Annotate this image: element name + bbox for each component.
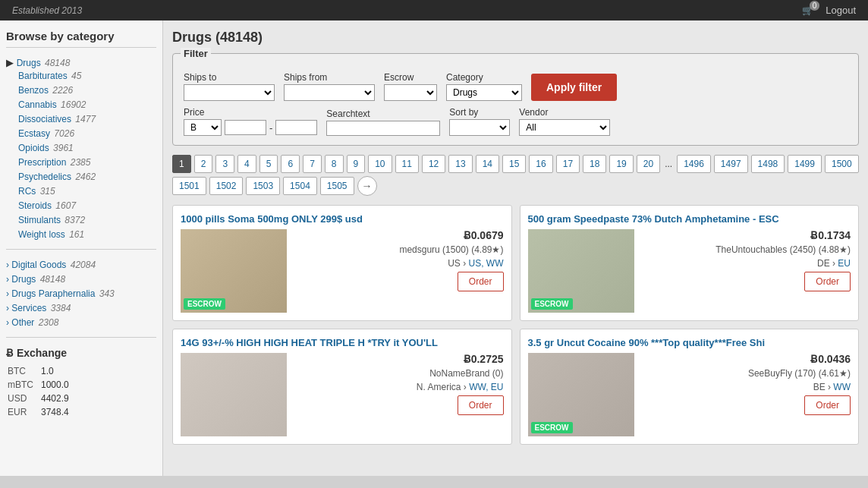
price-currency-select[interactable]: B bbox=[184, 119, 222, 136]
sidebar-item-cannabis[interactable]: Cannabis 16902 bbox=[18, 99, 86, 110]
top-bar: Established 2013 🛒0 Logout bbox=[0, 0, 868, 20]
sort-by-label: Sort by bbox=[449, 107, 510, 118]
exchange-rate: 1.0 bbox=[41, 365, 75, 377]
vendor-select[interactable]: All bbox=[519, 119, 610, 136]
page-btn-20[interactable]: 20 bbox=[637, 155, 660, 173]
listing-card: 500 gram Speedpaste 73% Dutch Amphetamin… bbox=[520, 205, 860, 321]
sidebar-item-drugs[interactable]: Drugs 48148 bbox=[17, 58, 71, 68]
page-btn-7[interactable]: 7 bbox=[303, 155, 322, 173]
sidebar-item-drugs[interactable]: › Drugs 48148 bbox=[6, 274, 65, 285]
page-btn-1501[interactable]: 1501 bbox=[172, 177, 206, 195]
page-btn-1498[interactable]: 1498 bbox=[751, 155, 785, 173]
listing-price: Ƀ0.0679 bbox=[294, 229, 504, 241]
sidebar-item-other[interactable]: › Other 2308 bbox=[6, 317, 58, 328]
ships-from-select[interactable] bbox=[284, 84, 375, 101]
sidebar-item-dissociatives[interactable]: Dissociatives 1477 bbox=[18, 114, 96, 124]
logout-button[interactable]: Logout bbox=[826, 5, 856, 16]
sidebar-item-barbiturates[interactable]: Barbiturates 45 bbox=[18, 71, 81, 81]
page-btn-13[interactable]: 13 bbox=[448, 155, 472, 173]
page-btn-1504[interactable]: 1504 bbox=[283, 177, 317, 195]
page-btn-9[interactable]: 9 bbox=[347, 155, 366, 173]
page-btn-11[interactable]: 11 bbox=[395, 155, 419, 173]
exchange-title: Ƀ Exchange bbox=[6, 347, 156, 359]
sidebar-item-benzos[interactable]: Benzos 2226 bbox=[18, 85, 73, 96]
order-button[interactable]: Order bbox=[804, 272, 851, 291]
searchtext-label: Searchtext bbox=[326, 109, 440, 119]
page-btn-2[interactable]: 2 bbox=[194, 155, 213, 173]
filter-box: Filter Ships to Ships from Escrow bbox=[172, 53, 859, 146]
sidebar-item-drugs-paraphernalia[interactable]: › Drugs Paraphernalia 343 bbox=[6, 288, 115, 299]
page-btn-1497[interactable]: 1497 bbox=[714, 155, 748, 173]
searchtext-input[interactable] bbox=[326, 121, 440, 136]
price-max-input[interactable] bbox=[275, 120, 317, 135]
page-title: Drugs (48148) bbox=[172, 30, 859, 46]
category-select[interactable]: Drugs bbox=[446, 84, 522, 101]
exchange-currency: mBTC bbox=[8, 379, 39, 391]
listing-card: 1000 pills Soma 500mg ONLY 299$ usd ESCR… bbox=[172, 205, 512, 321]
page-btn-18[interactable]: 18 bbox=[583, 155, 606, 173]
page-btn-12[interactable]: 12 bbox=[422, 155, 445, 173]
exchange-currency: BTC bbox=[8, 365, 39, 377]
escrow-label: Escrow bbox=[384, 72, 437, 83]
page-btn-1500[interactable]: 1500 bbox=[825, 155, 859, 173]
price-label: Price bbox=[184, 107, 317, 118]
sidebar-item-opioids[interactable]: Opioids 3961 bbox=[18, 143, 74, 153]
page-btn-5[interactable]: 5 bbox=[259, 155, 278, 173]
listing-image: ESCROW bbox=[528, 353, 634, 436]
page-btn-1502[interactable]: 1502 bbox=[209, 177, 244, 195]
next-page-button[interactable]: → bbox=[357, 176, 377, 196]
page-btn-1499[interactable]: 1499 bbox=[788, 155, 822, 173]
exchange-currency: EUR bbox=[8, 406, 39, 418]
order-button[interactable]: Order bbox=[804, 395, 851, 415]
page-btn-19[interactable]: 19 bbox=[609, 155, 633, 173]
browse-title: Browse by category bbox=[6, 30, 156, 48]
page-btn-1503[interactable]: 1503 bbox=[246, 177, 280, 195]
ships-to-select[interactable] bbox=[184, 84, 275, 101]
apply-filter-button[interactable]: Apply filter bbox=[531, 74, 617, 101]
pagination: 1234567891011121314151617181920...149614… bbox=[172, 155, 859, 196]
sort-by-select[interactable] bbox=[449, 119, 510, 136]
page-btn-1505[interactable]: 1505 bbox=[320, 177, 354, 195]
sidebar-item-stimulants[interactable]: Stimulants 8372 bbox=[18, 215, 85, 225]
sidebar: Browse by category ▶ Drugs 48148 Barbitu… bbox=[0, 20, 163, 476]
listing-image: ESCROW bbox=[528, 229, 634, 313]
page-btn-8[interactable]: 8 bbox=[325, 155, 344, 173]
page-btn-1496[interactable]: 1496 bbox=[677, 155, 711, 173]
sidebar-item-psychedelics[interactable]: Psychedelics 2462 bbox=[18, 172, 96, 182]
page-btn-17[interactable]: 17 bbox=[556, 155, 580, 173]
page-btn-6[interactable]: 6 bbox=[281, 155, 300, 173]
listing-ships-from: DE › EU bbox=[642, 258, 851, 269]
page-btn-4[interactable]: 4 bbox=[237, 155, 256, 173]
page-btn-14[interactable]: 14 bbox=[476, 155, 499, 173]
listing-vendor: medsguru (1500) (4.89★) bbox=[294, 244, 504, 255]
sidebar-item-ecstasy[interactable]: Ecstasy 7026 bbox=[18, 128, 74, 139]
page-btn-3[interactable]: 3 bbox=[215, 155, 234, 173]
listing-title[interactable]: 3.5 gr Uncut Cocaine 90% ***Top quality*… bbox=[528, 337, 851, 348]
filter-legend: Filter bbox=[181, 48, 211, 59]
category-label: Category bbox=[446, 72, 522, 83]
escrow-select[interactable] bbox=[384, 84, 437, 101]
sidebar-item-prescription[interactable]: Prescription 2385 bbox=[18, 157, 90, 168]
order-button[interactable]: Order bbox=[458, 395, 504, 415]
listing-title[interactable]: 14G 93+/-% HIGH HIGH HEAT TRIPLE H *TRY … bbox=[181, 337, 504, 348]
order-button[interactable]: Order bbox=[458, 272, 504, 291]
listing-price: Ƀ0.1734 bbox=[642, 229, 851, 241]
page-btn-1[interactable]: 1 bbox=[172, 155, 191, 173]
page-btn-16[interactable]: 16 bbox=[529, 155, 552, 173]
listing-title[interactable]: 500 gram Speedpaste 73% Dutch Amphetamin… bbox=[528, 213, 851, 225]
cart-badge: 0 bbox=[810, 1, 820, 11]
ships-to-label: Ships to bbox=[184, 72, 275, 83]
sidebar-item-digital-goods[interactable]: › Digital Goods 42084 bbox=[6, 260, 96, 270]
exchange-currency: USD bbox=[8, 392, 39, 405]
listing-title[interactable]: 1000 pills Soma 500mg ONLY 299$ usd bbox=[181, 213, 504, 225]
cart-icon[interactable]: 🛒0 bbox=[802, 5, 813, 16]
sidebar-item-services[interactable]: › Services 3384 bbox=[6, 303, 71, 313]
sidebar-item-weight-loss[interactable]: Weight loss 161 bbox=[18, 229, 84, 240]
page-btn-15[interactable]: 15 bbox=[502, 155, 526, 173]
sidebar-item-rcs[interactable]: RCs 315 bbox=[18, 186, 55, 197]
sidebar-item-steroids[interactable]: Steroids 1607 bbox=[18, 200, 76, 211]
escrow-badge: ESCROW bbox=[531, 298, 573, 310]
page-ellipsis: ... bbox=[663, 156, 674, 172]
page-btn-10[interactable]: 10 bbox=[368, 155, 392, 173]
price-min-input[interactable] bbox=[225, 120, 266, 135]
